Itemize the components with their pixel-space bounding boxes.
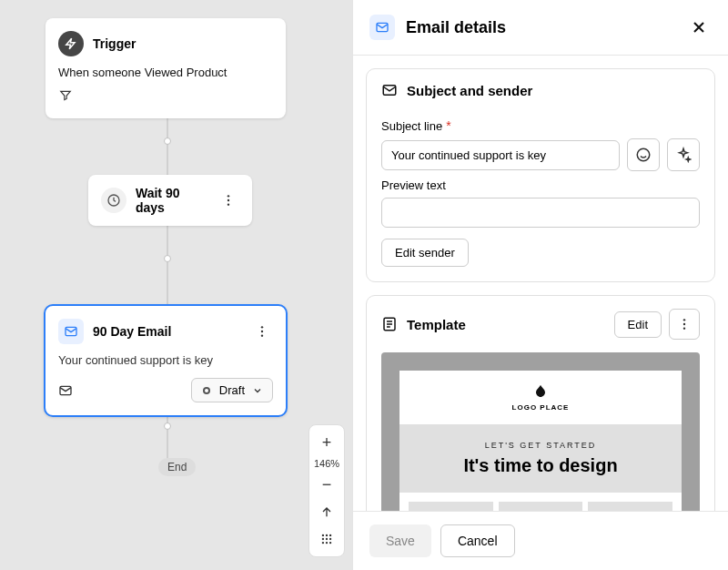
flow-canvas[interactable]: Trigger When someone Viewed Product Wait… xyxy=(0,0,352,570)
svg-point-17 xyxy=(322,542,324,544)
email-description: Your continued support is key xyxy=(58,353,273,367)
svg-point-6 xyxy=(261,331,263,332)
zoom-grid-button[interactable] xyxy=(312,527,341,551)
clock-icon xyxy=(101,188,126,213)
svg-point-22 xyxy=(637,148,650,161)
svg-point-5 xyxy=(261,326,263,328)
wait-label: Wait 90 days xyxy=(136,186,208,215)
svg-point-10 xyxy=(205,389,208,392)
panel-title: Email details xyxy=(406,18,675,37)
email-card[interactable]: 90 Day Email Your continued support is k… xyxy=(44,304,288,417)
chevron-down-icon xyxy=(252,385,263,396)
svg-point-13 xyxy=(329,534,331,536)
zoom-level: 146% xyxy=(314,458,339,469)
ai-sparkle-button[interactable] xyxy=(667,138,700,171)
preview-label: Preview text xyxy=(381,178,700,192)
zoom-in-button[interactable]: + xyxy=(312,431,341,454)
zoom-reset-button[interactable] xyxy=(312,500,341,524)
emoji-button[interactable] xyxy=(627,138,660,171)
svg-point-24 xyxy=(683,319,685,321)
svg-point-11 xyxy=(322,534,324,536)
svg-point-7 xyxy=(261,334,263,336)
end-node: End xyxy=(158,458,196,476)
svg-point-3 xyxy=(228,203,229,205)
status-dropdown[interactable]: Draft xyxy=(191,378,273,402)
cancel-button[interactable]: Cancel xyxy=(440,524,515,557)
template-section-title: Template xyxy=(407,317,466,332)
subject-label: Subject line xyxy=(381,119,442,133)
filter-icon xyxy=(58,88,73,103)
template-more-button[interactable] xyxy=(669,309,700,340)
envelope-icon xyxy=(58,383,73,398)
zoom-controls: + 146% − xyxy=(308,424,345,557)
email-more-button[interactable] xyxy=(251,321,273,342)
close-button[interactable] xyxy=(686,15,712,40)
template-icon xyxy=(381,316,398,332)
details-panel: Email details Subject and sender Subject… xyxy=(352,0,728,570)
svg-point-1 xyxy=(228,195,229,197)
svg-point-18 xyxy=(326,542,328,544)
save-button[interactable]: Save xyxy=(369,524,431,557)
svg-point-25 xyxy=(683,323,685,325)
panel-email-icon xyxy=(369,15,395,40)
svg-point-14 xyxy=(322,538,324,540)
preview-input[interactable] xyxy=(381,198,700,228)
edit-sender-button[interactable]: Edit sender xyxy=(381,239,469,267)
svg-point-19 xyxy=(329,542,331,544)
status-label: Draft xyxy=(219,383,245,397)
subject-section-title: Subject and sender xyxy=(407,83,532,98)
status-dot-icon xyxy=(201,385,212,396)
template-subheading: LET'S GET STARTED xyxy=(416,441,665,450)
wait-card[interactable]: Wait 90 days xyxy=(88,175,252,226)
trigger-card[interactable]: Trigger When someone Viewed Product xyxy=(46,18,286,118)
svg-point-15 xyxy=(326,538,328,540)
zoom-out-button[interactable]: − xyxy=(312,473,341,496)
trigger-title: Trigger xyxy=(93,36,136,51)
svg-point-12 xyxy=(326,534,328,536)
svg-point-2 xyxy=(228,199,229,201)
template-preview[interactable]: LOGO PLACE LET'S GET STARTED It's time t… xyxy=(381,352,700,511)
svg-point-26 xyxy=(683,327,685,329)
lightning-icon xyxy=(58,31,84,56)
required-icon: * xyxy=(446,118,450,133)
email-icon xyxy=(58,319,84,344)
template-logo: LOGO PLACE xyxy=(399,371,682,424)
svg-point-16 xyxy=(329,538,331,540)
email-title: 90 Day Email xyxy=(93,324,242,339)
subject-input[interactable] xyxy=(381,140,620,170)
subject-section: Subject and sender Subject line* Preview… xyxy=(366,68,715,282)
template-section: Template Edit LOGO PLACE LET'S GET START… xyxy=(366,295,715,511)
edit-template-button[interactable]: Edit xyxy=(614,311,662,338)
trigger-description: When someone Viewed Product xyxy=(58,66,273,79)
template-heading: It's time to design xyxy=(416,455,665,476)
envelope-icon xyxy=(381,82,398,98)
wait-more-button[interactable] xyxy=(217,189,239,211)
